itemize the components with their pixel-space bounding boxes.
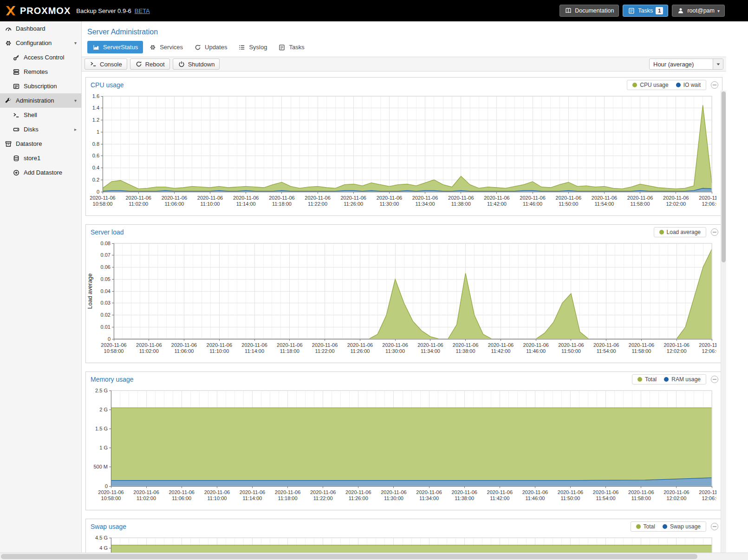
user-label: root@pam [687, 7, 715, 14]
panel-header: CPU usageCPU usageIO wait [86, 78, 722, 92]
sidebar-item-disks[interactable]: Disks▸ [0, 122, 81, 137]
sidebar-item-label: Configuration [16, 39, 52, 46]
chart-body: 00.010.020.030.040.050.060.070.082020-11… [86, 239, 722, 363]
sidebar-item-administration[interactable]: Administration▾ [0, 93, 81, 108]
collapse-panel-button[interactable] [711, 523, 718, 530]
user-menu-button[interactable]: root@pam ▾ [672, 5, 725, 17]
svg-text:0: 0 [108, 336, 111, 342]
reboot-label: Reboot [145, 61, 165, 68]
panel-header: Swap usageTotalSwap usage [86, 519, 722, 534]
panel-header: Server loadLoad average [86, 225, 722, 239]
shutdown-button[interactable]: Shutdown [173, 59, 220, 70]
documentation-label: Documentation [575, 7, 614, 14]
tab-syslog[interactable]: Syslog [233, 41, 272, 53]
svg-text:11:18:00: 11:18:00 [280, 348, 299, 354]
svg-text:2020-11-06: 2020-11-06 [340, 195, 366, 201]
svg-text:2020-11-06: 2020-11-06 [487, 489, 513, 495]
collapse-panel-button[interactable] [711, 228, 718, 236]
svg-text:2020-11-06: 2020-11-06 [377, 195, 402, 201]
svg-text:11:14:00: 11:14:00 [242, 495, 262, 501]
collapse-panel-button[interactable] [711, 376, 718, 383]
chart-body: 00.20.40.60.811.21.41.62020-11-0610:58:0… [86, 92, 722, 215]
svg-text:2020-11-06: 2020-11-06 [136, 342, 162, 348]
wrench-icon [5, 98, 12, 104]
sidebar-item-label: Shell [24, 111, 37, 118]
sidebar-item-label: Subscription [24, 83, 57, 90]
sidebar-item-dashboard[interactable]: Dashboard [0, 21, 81, 36]
sidebar-item-access-control[interactable]: Access Control [0, 50, 81, 65]
svg-text:11:50:00: 11:50:00 [559, 201, 578, 207]
tab-label: Syslog [249, 44, 267, 51]
tab-tasks[interactable]: Tasks [273, 41, 309, 53]
sidebar-item-configuration[interactable]: Configuration▾ [0, 36, 81, 50]
panel-header: Memory usageTotalRAM usage [86, 372, 722, 386]
tasks-button[interactable]: Tasks 1 [623, 5, 668, 17]
panel-load: Server loadLoad average00.010.020.030.04… [85, 224, 722, 363]
svg-text:2020-11-06: 2020-11-06 [484, 195, 509, 201]
sidebar-item-subscription[interactable]: Subscription [0, 79, 81, 93]
legend-dot [636, 524, 641, 529]
gauge-icon [5, 26, 12, 32]
chart-memory: 0500 M1 G1.5 G2 G2.5 G2020-11-0610:58:00… [86, 387, 716, 508]
svg-text:2020-11-06: 2020-11-06 [381, 489, 406, 495]
svg-text:11:30:00: 11:30:00 [379, 201, 399, 207]
svg-text:10:58:00: 10:58:00 [93, 201, 113, 207]
svg-text:2 G: 2 G [99, 407, 108, 412]
documentation-button[interactable]: Documentation [559, 5, 619, 17]
book-icon [565, 7, 572, 14]
brand-text: PROXMOX [20, 6, 71, 16]
svg-text:1: 1 [97, 129, 99, 135]
legend-dot [664, 377, 669, 382]
sidebar-item-add-datastore[interactable]: Add Datastore [0, 165, 81, 180]
tab-updates[interactable]: Updates [189, 41, 232, 53]
refresh-icon [194, 44, 202, 51]
legend-dot [663, 524, 667, 529]
tab-label: ServerStatus [103, 44, 138, 51]
sidebar-item-shell[interactable]: Shell [0, 108, 81, 122]
vertical-scrollbar-thumb[interactable] [722, 91, 726, 262]
svg-text:12:06:00: 12:06:00 [702, 348, 716, 354]
svg-text:12:02:00: 12:02:00 [667, 348, 687, 354]
svg-text:2020-11-06: 2020-11-06 [593, 342, 619, 348]
horizontal-scrollbar[interactable] [0, 553, 748, 560]
list-icon [238, 44, 246, 51]
charts-area: CPU usageCPU usageIO wait00.20.40.60.811… [82, 72, 726, 553]
svg-text:0.2: 0.2 [92, 177, 99, 182]
proxmox-logo: PROXMOX [5, 6, 71, 16]
svg-text:12:02:00: 12:02:00 [666, 495, 686, 501]
legend-dot [676, 83, 681, 87]
sidebar-item-remotes[interactable]: Remotes [0, 65, 81, 79]
console-button[interactable]: Console [85, 59, 127, 70]
tab-serverstatus[interactable]: ServerStatus [87, 41, 143, 53]
svg-text:2020-11-06: 2020-11-06 [345, 489, 371, 495]
sidebar-item-label: Datastore [16, 140, 42, 147]
combo-trigger[interactable] [713, 59, 723, 69]
proxmox-x-icon [5, 6, 17, 16]
sidebar-item-store1[interactable]: store1 [0, 151, 81, 165]
tasks-count-badge: 1 [656, 7, 663, 14]
legend-label: IO wait [683, 82, 701, 88]
sidebar-item-datastore[interactable]: Datastore [0, 137, 81, 151]
svg-text:2020-11-06: 2020-11-06 [101, 342, 126, 348]
vertical-scrollbar[interactable] [721, 91, 726, 553]
sidebar-item-label: Remotes [24, 68, 48, 75]
tab-label: Tasks [289, 44, 304, 51]
svg-text:2020-11-06: 2020-11-06 [417, 342, 443, 348]
reboot-button[interactable]: Reboot [130, 59, 170, 70]
svg-text:11:42:00: 11:42:00 [491, 348, 510, 354]
svg-text:2020-11-06: 2020-11-06 [312, 342, 338, 348]
timeframe-combobox[interactable]: Hour (average) [649, 59, 723, 70]
legend-label: Total [645, 376, 657, 383]
user-icon [677, 7, 684, 14]
horizontal-scrollbar-thumb[interactable] [1, 554, 697, 559]
beta-link[interactable]: BETA [135, 7, 150, 14]
collapse-panel-button[interactable] [711, 81, 718, 89]
tab-services[interactable]: Services [144, 41, 188, 53]
svg-text:2020-11-06: 2020-11-06 [663, 195, 689, 201]
svg-text:12:06:00: 12:06:00 [702, 201, 716, 207]
svg-text:2020-11-06: 2020-11-06 [412, 195, 438, 201]
chart-legend: TotalRAM usage [632, 374, 706, 384]
svg-text:11:34:00: 11:34:00 [421, 348, 440, 354]
svg-text:11:38:00: 11:38:00 [456, 348, 475, 354]
panel-title: Swap usage [91, 523, 631, 530]
